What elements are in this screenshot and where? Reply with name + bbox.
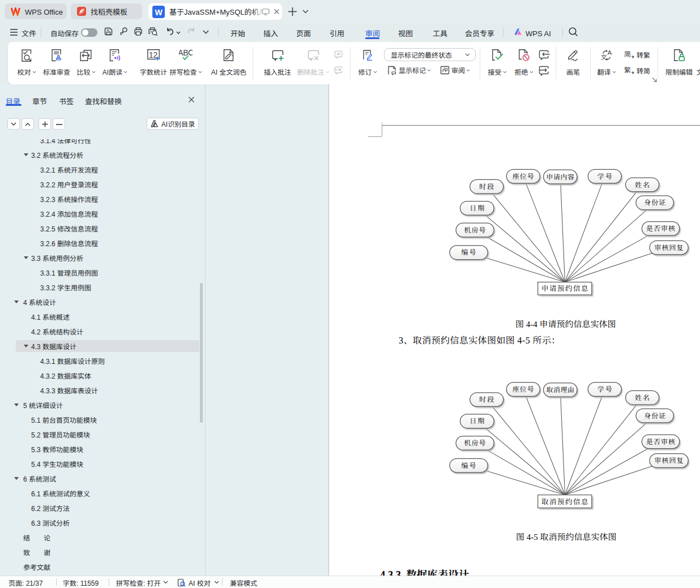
- svg-text:时段: 时段: [479, 394, 495, 404]
- svg-text:机房号: 机房号: [464, 437, 486, 447]
- svg-text:时段: 时段: [479, 181, 495, 191]
- svg-text:身份证: 身份证: [644, 410, 666, 420]
- svg-text:学号: 学号: [597, 384, 613, 393]
- svg-text:身份证: 身份证: [644, 197, 666, 207]
- svg-text:姓名: 姓名: [635, 392, 651, 402]
- svg-text:座位号: 座位号: [513, 171, 535, 181]
- svg-text:座位号: 座位号: [513, 384, 535, 393]
- svg-text:审核回复: 审核回复: [655, 242, 684, 252]
- svg-text:日期: 日期: [469, 415, 485, 425]
- svg-text:审核回复: 审核回复: [655, 455, 684, 465]
- svg-text:学号: 学号: [597, 171, 613, 181]
- svg-text:姓名: 姓名: [635, 179, 651, 189]
- svg-text:A: A: [608, 49, 612, 56]
- svg-text:机房号: 机房号: [464, 225, 486, 234]
- svg-text:繁: 繁: [624, 66, 631, 74]
- svg-text:申请内容: 申请内容: [547, 171, 575, 181]
- svg-text:取消预约信息: 取消预约信息: [541, 496, 589, 507]
- svg-text:是否审核: 是否审核: [646, 436, 676, 446]
- svg-text:取消理由: 取消理由: [547, 384, 575, 394]
- svg-text:日期: 日期: [469, 203, 485, 212]
- svg-text:是否审核: 是否审核: [646, 223, 676, 233]
- svg-text:申请预约信息: 申请预约信息: [541, 283, 589, 293]
- svg-text:简: 简: [624, 50, 631, 58]
- svg-text:ABC: ABC: [179, 49, 193, 57]
- svg-text:12: 12: [149, 50, 158, 59]
- svg-text:编号: 编号: [462, 460, 477, 470]
- svg-text:编号: 编号: [462, 247, 477, 256]
